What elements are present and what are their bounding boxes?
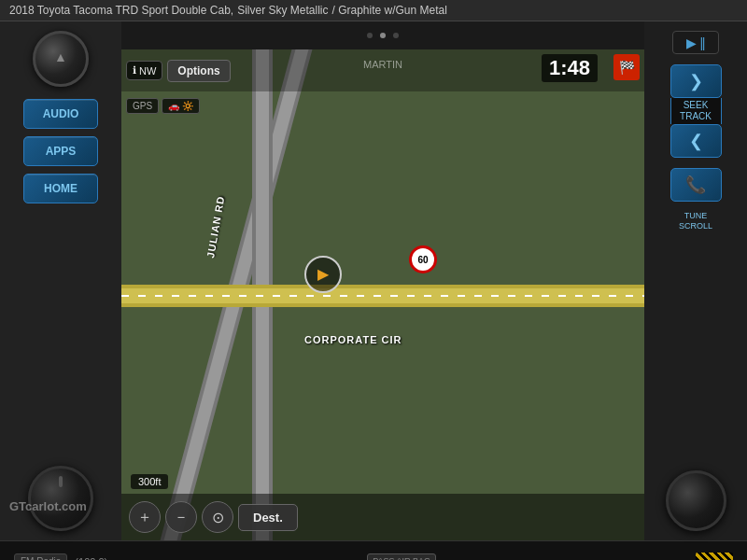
- watermark: GTcarlot.com: [9, 499, 87, 513]
- air-bag-warning: PASS AIR BAG: [367, 553, 436, 560]
- seek-back-button[interactable]: ❮: [670, 124, 722, 158]
- volume-knob[interactable]: [33, 31, 89, 87]
- tuner-knob[interactable]: [28, 466, 93, 531]
- left-panel: AUDIO APPS HOME: [0, 21, 121, 540]
- bottom-bar: FM Radio (100.0) PASS AIR BAG: [0, 540, 747, 560]
- phone-icon: 📞: [685, 175, 706, 195]
- apps-button[interactable]: APPS: [23, 136, 98, 166]
- screen-area: ℹ NW Options MARTIN 1:48 🏁 GPS 🚗 🔆 JULIA…: [121, 21, 644, 540]
- home-button[interactable]: HOME: [23, 174, 98, 203]
- seek-forward-button[interactable]: ❯: [670, 64, 722, 98]
- compass-direction: NW: [139, 65, 156, 77]
- main-content: AUDIO APPS HOME: [0, 21, 747, 540]
- play-icon: ▶: [686, 35, 697, 50]
- dot-1: [367, 33, 373, 38]
- road-center-dashes: [121, 295, 644, 297]
- right-tuner-knob[interactable]: [666, 470, 726, 531]
- radio-label[interactable]: FM Radio: [14, 553, 67, 560]
- street-name-label: MARTIN: [363, 59, 402, 70]
- road-highway: [121, 285, 644, 307]
- page-header: 2018 Toyota Tacoma TRD Sport Double Cab,…: [0, 0, 747, 21]
- frequency-display: (100.0): [75, 556, 107, 561]
- tune-scroll-label: TUNESCROLL: [679, 211, 712, 231]
- destination-flag-icon: 🏁: [613, 54, 640, 80]
- vehicle-title: 2018 Toyota Tacoma TRD Sport Double Cab,: [9, 4, 233, 17]
- location-play-icon: ▶: [304, 256, 342, 293]
- corporate-cir-label: CORPORATE CIR: [304, 334, 402, 345]
- audio-button[interactable]: AUDIO: [23, 99, 98, 129]
- hazard-stripes: [696, 553, 733, 561]
- zoom-out-button[interactable]: －: [165, 501, 197, 533]
- time-display: 1:48: [542, 54, 598, 82]
- play-pause-button[interactable]: ▶ ‖: [672, 31, 719, 54]
- seek-track-container: ❯ SEEKTRACK ❮: [670, 64, 722, 158]
- right-panel: ▶ ‖ ❯ SEEKTRACK ❮ 📞 TUNESCROLL: [644, 21, 747, 540]
- bottom-left: FM Radio (100.0): [14, 553, 107, 560]
- compass-button[interactable]: ℹ NW: [126, 61, 162, 80]
- pause-icon: ‖: [699, 35, 706, 50]
- north-up-button[interactable]: ⊙: [202, 501, 233, 533]
- chevron-left-icon: ❮: [689, 131, 703, 151]
- options-button[interactable]: Options: [167, 60, 230, 82]
- car-icon: 🚗 🔆: [162, 98, 200, 114]
- chevron-right-icon: ❯: [689, 71, 703, 91]
- seek-track-label: SEEKTRACK: [670, 98, 722, 124]
- map-icons-row: GPS 🚗 🔆: [126, 98, 200, 114]
- pass-air-bag-label: PASS AIR BAG: [367, 553, 436, 560]
- scale-indicator: 300ft: [131, 474, 168, 489]
- screen-top-bar: [121, 21, 644, 49]
- compass-icon: ℹ: [133, 64, 136, 77]
- map-screen[interactable]: ℹ NW Options MARTIN 1:48 🏁 GPS 🚗 🔆 JULIA…: [121, 49, 644, 540]
- gps-button[interactable]: GPS: [126, 98, 159, 114]
- bottom-right: [696, 553, 733, 561]
- dot-2: [380, 33, 386, 38]
- map-background: [121, 49, 644, 540]
- map-top-bar: ℹ NW Options MARTIN 1:48 🏁: [121, 49, 644, 91]
- destination-button[interactable]: Dest.: [238, 504, 298, 531]
- zoom-in-button[interactable]: ＋: [129, 501, 161, 533]
- vehicle-trim: / Graphite w/Gun Metal: [332, 4, 447, 17]
- dot-3: [393, 33, 399, 38]
- map-controls-bar: ＋ － ⊙ Dest.: [121, 494, 644, 540]
- phone-button[interactable]: 📞: [670, 168, 722, 202]
- vehicle-color: Silver Sky Metallic: [237, 4, 328, 17]
